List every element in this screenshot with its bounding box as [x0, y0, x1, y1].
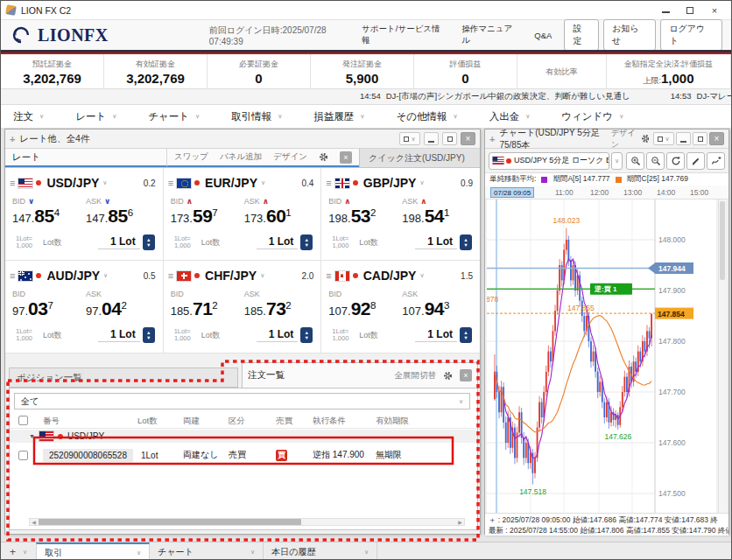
pair-name[interactable]: CHF/JPY [205, 269, 257, 283]
ask-quote-button[interactable]: ASK∧173.601 [244, 197, 292, 227]
chevron-down-icon[interactable]: ∨ [419, 272, 424, 279]
tab-rate[interactable]: レート [5, 149, 167, 167]
panel-maximize-button[interactable] [693, 132, 707, 145]
gear-icon[interactable] [319, 152, 328, 162]
drag-handle-icon[interactable]: ≡ [10, 178, 15, 188]
candlestick-chart[interactable]: 148.000147.900147.800147.700147.600147.5… [487, 200, 716, 513]
header-link-2[interactable]: Q&A [534, 31, 552, 40]
column-header-4[interactable]: 売買 [276, 416, 292, 427]
chevron-down-icon[interactable]: ∨ [103, 272, 108, 279]
column-header-5[interactable]: 執行条件 [313, 416, 346, 427]
panel-minimize-button[interactable] [424, 132, 439, 145]
panel-close-button[interactable]: × [709, 132, 724, 145]
menu-trade-info[interactable]: 取引情報∨ [231, 110, 282, 123]
order-row[interactable]: 25209000080655281Lot両建なし売買買逆指 147.900無期限 [10, 444, 477, 466]
column-header-6[interactable]: 有効期限 [376, 416, 409, 427]
chart-vscrollbar[interactable] [718, 200, 726, 513]
move-handle-icon[interactable]: + [10, 134, 15, 144]
ask-quote-button[interactable]: ASK∧198.541 [402, 197, 449, 227]
drag-handle-icon[interactable]: ≡ [168, 270, 173, 281]
menu-window[interactable]: ウィンドウ∨ [561, 110, 623, 123]
expand-all-toggle[interactable]: 全展開切替 [395, 370, 437, 382]
chevron-down-icon[interactable]: ∨ [419, 179, 424, 186]
lot-input[interactable]: 1 Lot [415, 235, 457, 249]
scroll-right-icon[interactable]: ▶ [456, 519, 464, 525]
menu-rate[interactable]: レート∨ [75, 110, 116, 123]
scroll-thumb[interactable] [720, 201, 725, 280]
lot-input[interactable]: 1 Lot [415, 328, 457, 342]
header-button-1[interactable]: お知らせ [603, 19, 656, 51]
menu-other-info[interactable]: その他情報∨ [396, 110, 457, 123]
pair-name[interactable]: CAD/JPY [363, 269, 417, 283]
bid-quote-button[interactable]: BID107.928 [328, 290, 376, 319]
row-checkbox[interactable] [18, 451, 28, 460]
gear-icon[interactable] [641, 134, 649, 144]
column-header-3[interactable]: 区分 [229, 416, 245, 427]
lot-stepper[interactable]: ▲▼ [460, 234, 472, 250]
menu-order[interactable]: 注文∨ [13, 110, 44, 123]
rate-action-2[interactable]: デザイン [273, 151, 307, 163]
pair-name[interactable]: EUR/JPY [205, 176, 257, 190]
pair-name[interactable]: GBP/JPY [363, 176, 417, 190]
tab-orders-list[interactable]: 注文一覧 [248, 369, 285, 382]
header-link-1[interactable]: 操作マニュアル [461, 24, 520, 46]
bid-quote-button[interactable]: BID∧173.597 [171, 197, 218, 227]
header-button-2[interactable]: ログアウト [660, 19, 722, 51]
tab-quick-order[interactable]: クイック注文(USD/JPY) [359, 149, 480, 167]
lot-input[interactable]: 1 Lot [257, 235, 299, 249]
orders-group-row[interactable]: ▼ USD/JPY [10, 430, 477, 443]
tab-positions-list[interactable]: ポジション一覧 [9, 368, 238, 388]
lot-stepper[interactable]: ▲▼ [300, 327, 313, 343]
drag-handle-icon[interactable]: ≡ [326, 178, 331, 188]
lot-input[interactable]: 1 Lot [257, 328, 299, 342]
chart-mini-select[interactable]: ∨ [611, 152, 623, 170]
taskbar-tab-0[interactable]: 取引∨ [36, 542, 150, 560]
lot-stepper[interactable]: ▲▼ [143, 327, 155, 343]
collapse-triangle-icon[interactable]: ▼ [29, 433, 35, 439]
pencil-button[interactable] [686, 152, 705, 170]
menu-deposit[interactable]: 入出金∨ [489, 110, 531, 123]
header-link-0[interactable]: サポート/サービス情報 [362, 24, 447, 46]
trendline-button[interactable] [707, 152, 725, 170]
ask-quote-button[interactable]: ASK97.042 [86, 290, 127, 319]
chart-symbol-select[interactable]: USD/JPY 5分足 ローソク BID ∨ [489, 152, 609, 170]
orders-hscrollbar[interactable]: ◀ ▶ [29, 518, 465, 526]
rate-action-1[interactable]: パネル追加 [220, 151, 262, 163]
chevron-down-icon[interactable]: ∨ [102, 179, 107, 186]
lot-input[interactable]: 1 Lot [98, 235, 140, 249]
panel-popup-button[interactable]: ∨ [653, 132, 674, 145]
rates-window-titlebar[interactable]: + レート他、全4件 ∨ × [5, 130, 480, 149]
lot-stepper[interactable]: ▲▼ [300, 234, 313, 250]
menu-chart[interactable]: チャート∨ [148, 110, 200, 123]
taskbar-add-button[interactable]: +∨ [1, 542, 36, 560]
lot-input[interactable]: 1 Lot [98, 328, 140, 342]
ask-quote-button[interactable]: ASK∨147.856 [86, 197, 133, 227]
header-button-0[interactable]: 設定 [564, 19, 599, 51]
panel-close-button[interactable]: × [461, 132, 475, 145]
column-header-2[interactable]: 両建 [183, 416, 200, 427]
column-header-0[interactable]: 番号 [43, 416, 60, 427]
taskbar-tab-1[interactable]: チャート∨ [150, 542, 264, 560]
taskbar-tab-2[interactable]: 本日の履歴∨ [264, 542, 377, 560]
refresh-button[interactable] [666, 152, 685, 170]
lot-stepper[interactable]: ▲▼ [143, 234, 155, 250]
gear-icon[interactable] [443, 371, 453, 381]
window-maximize-icon[interactable] [684, 5, 696, 16]
drag-handle-icon[interactable]: ≡ [10, 270, 15, 281]
orders-close-icon[interactable]: × [460, 369, 472, 382]
panel-minimize-button[interactable] [676, 132, 691, 145]
scroll-thumb[interactable] [39, 519, 301, 525]
pair-name[interactable]: AUD/JPY [46, 269, 100, 283]
pair-name[interactable]: USD/JPY [46, 176, 99, 190]
column-header-1[interactable]: Lot数 [137, 416, 158, 427]
move-handle-icon[interactable]: + [489, 134, 495, 144]
drag-handle-icon[interactable]: ≡ [168, 178, 173, 188]
window-minimize-icon[interactable] [659, 5, 672, 16]
bid-quote-button[interactable]: BID97.037 [12, 290, 53, 319]
orders-filter-select[interactable]: 全て ∨ [14, 393, 470, 410]
panel-maximize-button[interactable] [442, 132, 457, 145]
ask-quote-button[interactable]: ASK107.943 [402, 290, 449, 319]
chevron-down-icon[interactable]: ∨ [260, 272, 264, 279]
ask-quote-button[interactable]: ASK185.732 [244, 290, 292, 319]
bid-quote-button[interactable]: BID185.712 [171, 290, 218, 319]
